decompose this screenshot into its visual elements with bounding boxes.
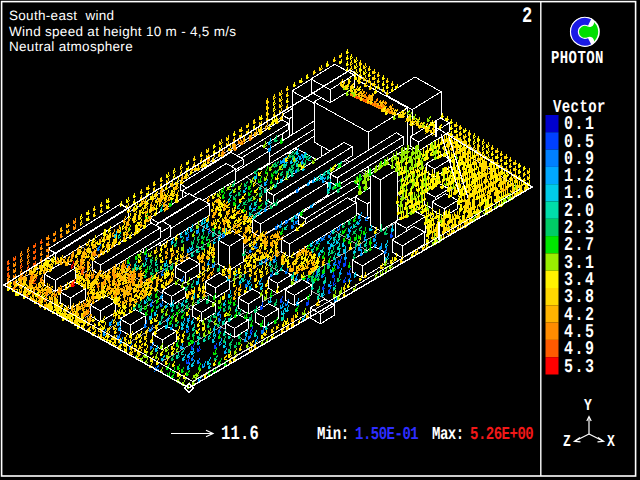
svg-text:PHOTON: PHOTON bbox=[551, 49, 604, 70]
svg-text:Max:: Max: bbox=[432, 425, 464, 446]
svg-text:11.6: 11.6 bbox=[221, 422, 259, 445]
svg-text:Wind speed at height 10 m - 4,: Wind speed at height 10 m - 4,5 m/s bbox=[9, 24, 236, 39]
svg-text:Neutral atmosphere: Neutral atmosphere bbox=[9, 39, 133, 54]
svg-text:Min:: Min: bbox=[317, 425, 349, 446]
svg-text:X: X bbox=[607, 432, 615, 452]
svg-text:Z: Z bbox=[563, 432, 571, 452]
svg-text:1.50E-01: 1.50E-01 bbox=[355, 425, 418, 446]
svg-text:2: 2 bbox=[522, 5, 532, 30]
svg-text:5.26E+00: 5.26E+00 bbox=[470, 425, 533, 446]
svg-text:South-east wind: South-east wind bbox=[9, 8, 114, 23]
svg-text:Y: Y bbox=[584, 396, 592, 416]
svg-text:5.3: 5.3 bbox=[564, 356, 596, 378]
